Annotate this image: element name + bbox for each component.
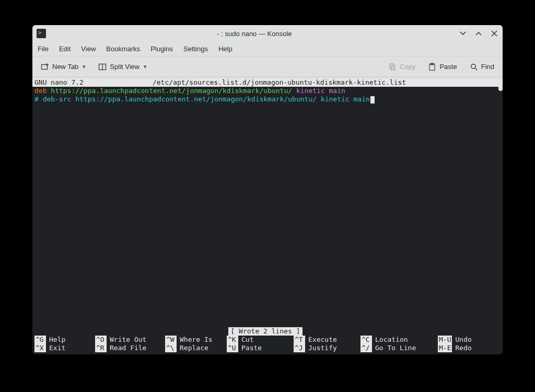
shortcut-desc: Location: [372, 336, 408, 344]
menu-bookmarks[interactable]: Bookmarks: [106, 45, 140, 53]
shortcut-cell: ^WWhere Is: [165, 336, 227, 344]
nano-filename: /etc/apt/sources.list.d/jonmagon-ubuntu-…: [153, 78, 406, 87]
shortcut-key: M-U: [438, 336, 452, 344]
svg-rect-0: [42, 64, 48, 69]
shortcut-desc: Redo: [452, 344, 471, 352]
shortcut-cell: M-UUndo: [438, 336, 488, 344]
shortcut-key: M-E: [438, 344, 452, 352]
paste-button[interactable]: Paste: [425, 61, 460, 73]
shortcut-key: ^W: [165, 336, 177, 344]
menu-edit[interactable]: Edit: [59, 45, 71, 53]
shortcut-desc: Cut: [238, 336, 253, 344]
shortcut-key: ^U: [227, 344, 238, 352]
nano-footer: [ Wrote 2 lines ] ^GHelp^OWrite Out^WWhe…: [32, 327, 498, 352]
find-label: Find: [481, 63, 494, 71]
shortcut-row: ^GHelp^OWrite Out^WWhere Is^KCut^TExecut…: [32, 336, 498, 344]
shortcut-desc: Replace: [177, 344, 208, 352]
scrollbar[interactable]: [498, 78, 503, 91]
shortcut-key: ^K: [227, 336, 238, 344]
token-deb: deb: [34, 87, 46, 95]
shortcut-cell: ^TExecute: [294, 336, 360, 344]
nano-shortcuts: ^GHelp^OWrite Out^WWhere Is^KCut^TExecut…: [32, 336, 498, 352]
shortcut-desc: Execute: [305, 336, 337, 344]
search-icon: [470, 63, 478, 71]
terminal-app-icon: [37, 29, 46, 38]
close-icon: [490, 29, 498, 38]
shortcut-cell: ^KCut: [227, 336, 294, 344]
nano-status: [ Wrote 2 lines ]: [228, 327, 302, 336]
token-url: https://ppa.launchpadcontent.net/jonmago…: [51, 87, 292, 95]
shortcut-cell: M-ERedo: [438, 344, 488, 352]
shortcut-desc: Write Out: [107, 336, 146, 344]
split-view-icon: [98, 63, 107, 71]
shortcut-key: ^X: [34, 344, 46, 352]
copy-button[interactable]: Copy: [385, 61, 418, 73]
shortcut-desc: Go To Line: [372, 344, 416, 352]
close-button[interactable]: [490, 29, 498, 38]
editor-line-1[interactable]: deb https://ppa.launchpadcontent.net/jon…: [32, 87, 503, 95]
shortcut-key: ^O: [95, 336, 107, 344]
shortcut-key: ^T: [294, 336, 305, 344]
terminal-area[interactable]: GNU nano 7.2 /etc/apt/sources.list.d/jon…: [32, 78, 503, 354]
text-cursor: [370, 96, 375, 103]
toolbar: New Tab ▾ Split View ▾ Copy Paste Find: [32, 56, 503, 77]
find-button[interactable]: Find: [467, 61, 497, 73]
shortcut-key: ^R: [95, 344, 107, 352]
nano-version: GNU nano 7.2: [34, 78, 84, 87]
minimize-button[interactable]: [459, 29, 467, 38]
window-controls: [459, 29, 498, 38]
chevron-up-icon: [474, 29, 483, 38]
shortcut-cell: ^UPaste: [227, 344, 294, 352]
shortcut-desc: Read File: [107, 344, 146, 352]
menu-help[interactable]: Help: [218, 45, 232, 53]
token-dist: kinetic main: [296, 87, 345, 95]
token-comment: # deb-src https://ppa.launchpadcontent.n…: [34, 95, 370, 103]
shortcut-cell: ^JJustify: [294, 344, 360, 352]
menu-settings[interactable]: Settings: [183, 45, 208, 53]
shortcut-desc: Paste: [238, 344, 262, 352]
copy-label: Copy: [400, 63, 415, 71]
chevron-down-icon: ▾: [83, 63, 86, 70]
shortcut-desc: Help: [46, 336, 65, 344]
shortcut-desc: Undo: [452, 336, 471, 344]
copy-icon: [388, 63, 397, 71]
shortcut-cell: ^/Go To Line: [360, 344, 438, 352]
menubar: File Edit View Bookmarks Plugins Setting…: [32, 42, 503, 56]
new-tab-label: New Tab: [52, 63, 78, 71]
maximize-button[interactable]: [474, 29, 483, 38]
shortcut-key: ^J: [294, 344, 305, 352]
editor-line-2[interactable]: # deb-src https://ppa.launchpadcontent.n…: [32, 95, 503, 103]
menu-file[interactable]: File: [38, 45, 49, 53]
shortcut-key: ^\: [165, 344, 177, 352]
split-view-label: Split View: [110, 63, 139, 71]
shortcut-desc: Where Is: [177, 336, 213, 344]
menu-plugins[interactable]: Plugins: [150, 45, 173, 53]
shortcut-key: ^G: [34, 336, 46, 344]
shortcut-cell: ^\Replace: [165, 344, 227, 352]
shortcut-cell: ^GHelp: [34, 336, 95, 344]
shortcut-desc: Justify: [305, 344, 337, 352]
split-view-button[interactable]: Split View ▾: [95, 61, 150, 73]
nano-status-row: [ Wrote 2 lines ]: [32, 327, 498, 336]
titlebar: - : sudo nano — Konsole: [32, 25, 503, 42]
nano-titlebar: GNU nano 7.2 /etc/apt/sources.list.d/jon…: [32, 78, 503, 87]
shortcut-row: ^XExit^RRead File^\Replace^UPaste^JJusti…: [32, 344, 498, 352]
shortcut-cell: ^CLocation: [360, 336, 438, 344]
svg-point-6: [471, 64, 475, 68]
shortcut-cell: ^RRead File: [95, 344, 165, 352]
window-title: - : sudo nano — Konsole: [50, 30, 459, 38]
shortcut-desc: Exit: [46, 344, 65, 352]
chevron-down-icon: [459, 29, 467, 38]
chevron-down-icon: ▾: [144, 63, 147, 70]
menu-view[interactable]: View: [81, 45, 96, 53]
shortcut-key: ^/: [360, 344, 372, 352]
paste-icon: [428, 63, 436, 71]
shortcut-cell: ^XExit: [34, 344, 95, 352]
konsole-window: - : sudo nano — Konsole File Edit View B…: [32, 25, 503, 354]
paste-label: Paste: [439, 63, 457, 71]
new-tab-icon: [41, 63, 49, 71]
shortcut-cell: ^OWrite Out: [95, 336, 165, 344]
new-tab-button[interactable]: New Tab ▾: [38, 61, 89, 73]
shortcut-key: ^C: [360, 336, 372, 344]
